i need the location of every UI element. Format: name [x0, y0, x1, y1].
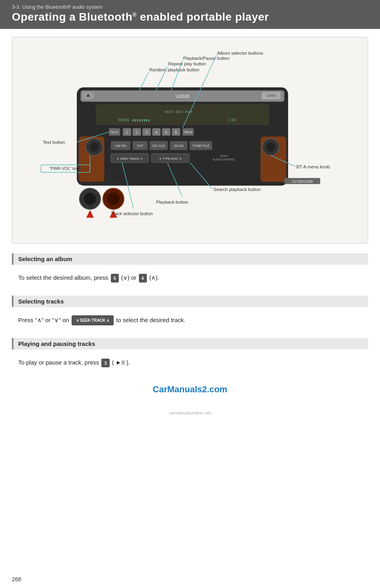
svg-point-50 [84, 193, 96, 205]
header-title-suffix: enabled portable player [137, 11, 269, 23]
section-body-tracks: Press "∧" or "∨" on ∨ SEEK·TRACK ∧ to se… [12, 312, 368, 330]
diagram-container: LEXUS LOAD ▲ MULTI-DISC PLAY 00001 ▮▮▮▮▮… [12, 37, 368, 244]
svg-text:Text button: Text button [43, 140, 65, 145]
header-sup: ® [133, 11, 137, 18]
svg-text:TUNE·FILE: TUNE·FILE [192, 144, 210, 148]
svg-text:CLY32AC069: CLY32AC069 [292, 179, 313, 183]
stereo-diagram-svg: LEXUS LOAD ▲ MULTI-DISC PLAY 00001 ▮▮▮▮▮… [20, 45, 360, 235]
svg-text:5: 5 [165, 130, 167, 134]
svg-text:"PWR·VOL" knob: "PWR·VOL" knob [49, 166, 82, 171]
header-title-text: Operating a Bluetooth [12, 11, 133, 23]
svg-text:LOAD: LOAD [266, 94, 276, 97]
svg-text:BT·A menu knob: BT·A menu knob [296, 164, 330, 169]
svg-text:Search playback button: Search playback button [213, 187, 261, 192]
section-header-tracks: Selecting tracks [12, 296, 368, 307]
section-album-sym2: (∧). [149, 274, 159, 281]
section-header-album-text: Selecting an album [18, 256, 72, 262]
btn-5: 5 [111, 274, 119, 283]
section-playing-prefix: To play or pause a track, press [18, 359, 99, 366]
section-header-playing-text: Playing and pausing tracks [18, 340, 95, 347]
header-title: Operating a Bluetooth® enabled portable … [12, 11, 368, 23]
watermark: CarManuals2.com [12, 384, 368, 395]
section-header-playing: Playing and pausing tracks [12, 338, 368, 349]
section-body-album: To select the desired album, press 5 (∨)… [12, 269, 368, 288]
svg-text:LEXUS: LEXUS [175, 94, 189, 99]
btn-6: 6 [139, 274, 147, 283]
svg-point-42 [266, 143, 276, 152]
svg-text:6: 6 [175, 130, 177, 134]
svg-text:MULTI-DISC PLAY: MULTI-DISC PLAY [165, 110, 192, 114]
footer-site: carmanualsonline.info [0, 410, 380, 419]
svg-text:AM·FM: AM·FM [115, 144, 126, 148]
section-body-album-text: To select the desired album, press [18, 274, 108, 281]
svg-point-53 [107, 193, 120, 205]
svg-text:AUDIO CONTROL: AUDIO CONTROL [213, 158, 235, 161]
svg-text:CD·AUX: CD·AUX [152, 144, 165, 148]
svg-text:4: 4 [156, 130, 158, 134]
svg-point-30 [89, 143, 99, 152]
svg-text:Repeat play button: Repeat play button [168, 61, 206, 66]
svg-text:Random playback button: Random playback button [149, 67, 200, 72]
svg-text:3: 3 [146, 130, 148, 134]
svg-text:∨ SEEK·TRACK ∧: ∨ SEEK·TRACK ∧ [117, 157, 142, 160]
svg-marker-51 [86, 210, 94, 218]
stereo-area: LEXUS LOAD ▲ MULTI-DISC PLAY 00001 ▮▮▮▮▮… [20, 45, 360, 235]
svg-text:Power: Power [79, 181, 92, 185]
svg-text:1: 1 [126, 130, 128, 134]
section-playing-suffix: ( ►II ). [112, 359, 130, 366]
svg-text:PUSH: PUSH [220, 155, 228, 157]
page-number: 268 [12, 576, 21, 582]
svg-text:TRAF: TRAF [184, 130, 192, 134]
section-body-playing: To play or pause a track, press 3 ( ►II … [12, 354, 368, 372]
section-selecting-album: Selecting an album To select the desired… [12, 253, 368, 288]
btn-3: 3 [101, 359, 109, 368]
svg-text:▲: ▲ [86, 92, 91, 98]
section-album-sym1: (∨) or [121, 274, 138, 281]
svg-text:2: 2 [136, 130, 138, 134]
svg-text:Album selector buttons: Album selector buttons [217, 51, 264, 55]
svg-text:1:00: 1:00 [228, 118, 236, 122]
svg-text:SCAN: SCAN [174, 144, 183, 148]
svg-text:∨ TYPE·DISC ∧: ∨ TYPE·DISC ∧ [159, 157, 181, 160]
section-header-album: Selecting an album [12, 253, 368, 265]
svg-text:TEXT: TEXT [110, 130, 119, 134]
main-content: LEXUS LOAD ▲ MULTI-DISC PLAY 00001 ▮▮▮▮▮… [0, 29, 380, 410]
svg-text:Playback button: Playback button [156, 200, 188, 204]
section-selecting-tracks: Selecting tracks Press "∧" or "∨" on ∨ S… [12, 296, 368, 330]
header-subtitle: 3-3. Using the Bluetooth® audio system [12, 4, 368, 10]
svg-text:00001 ▮▮▮▮▮▮▮▮: 00001 ▮▮▮▮▮▮▮▮ [118, 118, 150, 122]
header-bar: 3-3. Using the Bluetooth® audio system O… [0, 0, 380, 29]
btn-seek-track: ∨ SEEK·TRACK ∧ [72, 315, 114, 325]
svg-text:Playback/Pause button: Playback/Pause button [183, 56, 230, 61]
svg-text:Track selector button: Track selector button [111, 211, 153, 216]
section-playing-pausing: Playing and pausing tracks To play or pa… [12, 338, 368, 372]
svg-rect-0 [77, 88, 288, 186]
section-header-tracks-text: Selecting tracks [18, 298, 64, 305]
svg-text:Volume: Volume [101, 181, 116, 185]
section-tracks-suffix: to select the desired track. [116, 317, 185, 323]
section-tracks-prefix: Press "∧" or "∨" on [18, 317, 69, 323]
svg-text:SAT: SAT [137, 144, 144, 148]
